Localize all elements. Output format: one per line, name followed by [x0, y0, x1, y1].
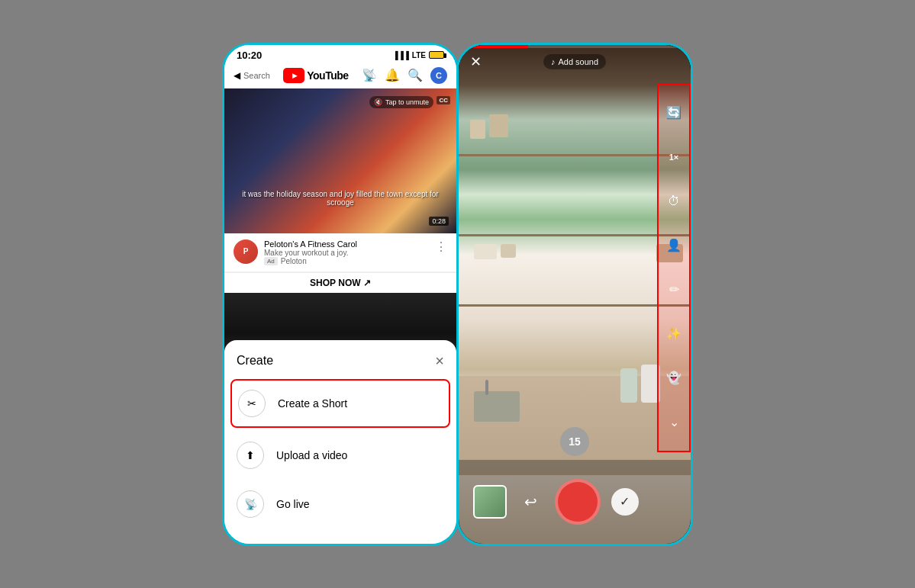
ad-info: Peloton's A Fitness Carol Make your work…	[264, 239, 429, 265]
ad-sponsor: Peloton	[281, 257, 307, 265]
ad-sub: Make your workout a joy.	[264, 249, 429, 257]
upload-video-label: Upload a video	[276, 449, 347, 461]
upload-icon: ⬆	[237, 442, 264, 469]
add-sound-btn[interactable]: ♪ Add sound	[543, 54, 606, 69]
scissors-icon: ✂	[247, 397, 256, 410]
ad-meta: Ad Peloton	[264, 257, 429, 265]
more-btn[interactable]: ⌄	[660, 409, 688, 436]
cc-badge[interactable]: CC	[437, 96, 450, 104]
tap-unmute-btn[interactable]: 🔇 Tap to unmute	[369, 96, 433, 108]
timer-badge: 15	[560, 427, 589, 456]
gallery-thumb[interactable]	[473, 485, 507, 519]
filter-icon: ✨	[666, 326, 681, 341]
yt-logo-text: YouTube	[307, 69, 348, 82]
back-arrow-icon: ◀	[234, 70, 240, 81]
status-bar: 10:20 ▐▐▐ LTE	[224, 45, 456, 64]
music-note-icon: ♪	[551, 57, 556, 66]
effects-icon: 👤	[666, 238, 681, 252]
shorts-camera: ✕ ♪ Add sound 🔄 1× ⏱	[459, 45, 691, 544]
lte-label: LTE	[412, 51, 426, 59]
flip-camera-icon: 🔄	[666, 105, 681, 120]
video-bg-1	[224, 88, 456, 233]
ad-more-icon[interactable]: ⋮	[435, 239, 447, 254]
right-phone: ✕ ♪ Add sound 🔄 1× ⏱	[456, 43, 693, 546]
yt-logo: YouTube	[283, 68, 348, 83]
go-live-item[interactable]: 📡 Go live	[224, 480, 456, 529]
progress-bar	[459, 45, 691, 48]
shelf-1	[459, 154, 691, 156]
header-icons: 📡 🔔 🔍 C	[362, 67, 447, 84]
video-caption-1: it was the holiday season and joy filled…	[224, 190, 456, 207]
create-short-item[interactable]: ✂ Create a Short	[230, 379, 450, 428]
create-short-label: Create a Short	[278, 397, 347, 410]
shelf-2	[459, 234, 691, 236]
add-sound-label: Add sound	[558, 57, 598, 66]
video-section-1[interactable]: 🔇 Tap to unmute CC it was the holiday se…	[224, 88, 456, 233]
shelf-3	[459, 304, 691, 307]
upload-video-item[interactable]: ⬆ Upload a video	[224, 431, 456, 480]
left-phone: 10:20 ▐▐▐ LTE ◀ Search YouTube 📡 🔔 🔍	[222, 43, 459, 546]
signal-icon: ▐▐▐	[393, 51, 409, 59]
search-icon[interactable]: 🔍	[408, 68, 423, 82]
progress-fill	[459, 45, 528, 48]
ad-subtitle: Make your workout a joy.	[264, 249, 348, 257]
timer-btn[interactable]: ⏱	[660, 188, 688, 215]
record-btn[interactable]	[555, 479, 601, 525]
shop-now-btn[interactable]: SHOP NOW ↗	[224, 272, 456, 293]
search-label: Search	[243, 71, 270, 80]
unmute-icon: 🔇	[374, 98, 382, 106]
yt-header: ◀ Search YouTube 📡 🔔 🔍 C	[224, 64, 456, 88]
create-short-icon: ✂	[238, 390, 266, 417]
ghost-icon: 👻	[666, 371, 681, 385]
flip-camera-btn[interactable]: 🔄	[660, 99, 688, 127]
yt-logo-icon	[283, 68, 304, 83]
shorts-close-btn[interactable]: ✕	[465, 51, 486, 72]
bell-icon[interactable]: 🔔	[385, 68, 400, 82]
phones-wrapper: 10:20 ▐▐▐ LTE ◀ Search YouTube 📡 🔔 🔍	[222, 43, 693, 546]
edit-btn[interactable]: ✏	[660, 276, 688, 304]
right-sidebar: 🔄 1× ⏱ 👤 ✏ ✨ 👻	[657, 83, 691, 452]
undo-btn[interactable]: ↩	[517, 488, 544, 516]
battery-icon	[429, 51, 444, 59]
ad-thumb: P	[234, 239, 258, 264]
broadcast-icon: 📡	[244, 498, 257, 510]
ad-badge: Ad	[264, 257, 278, 265]
speed-btn[interactable]: 1×	[660, 143, 688, 171]
modal-close-btn[interactable]: ×	[435, 352, 444, 370]
status-icons: ▐▐▐ LTE	[393, 51, 444, 59]
modal-title: Create	[237, 354, 273, 368]
status-time: 10:20	[237, 50, 262, 61]
effects-btn[interactable]: 👤	[660, 232, 688, 259]
cast-icon[interactable]: 📡	[362, 68, 377, 82]
shop-now-label: SHOP NOW ↗	[310, 278, 371, 288]
upload-arrow-icon: ⬆	[246, 449, 255, 461]
tap-unmute-label: Tap to unmute	[385, 98, 429, 106]
avatar[interactable]: C	[430, 67, 447, 84]
close-icon: ✕	[470, 53, 482, 70]
check-btn[interactable]: ✓	[611, 488, 639, 516]
chevron-down-icon: ⌄	[669, 415, 679, 429]
video-duration: 0:28	[429, 217, 449, 226]
shorts-top-bar: ✕ ♪ Add sound	[459, 51, 691, 72]
undo-icon: ↩	[524, 493, 537, 511]
timer-icon: ⏱	[668, 194, 680, 208]
camera-bottom: ↩ ✓	[459, 460, 691, 544]
go-live-label: Go live	[276, 498, 310, 510]
ghost-btn[interactable]: 👻	[660, 365, 688, 392]
filter-btn[interactable]: ✨	[660, 320, 688, 348]
ad-section: P Peloton's A Fitness Carol Make your wo…	[224, 233, 456, 272]
live-icon: 📡	[237, 490, 264, 518]
edit-icon: ✏	[669, 282, 679, 297]
speed-icon: 1×	[669, 153, 679, 162]
modal-header: Create ×	[224, 352, 456, 379]
ad-title: Peloton's A Fitness Carol	[264, 239, 429, 249]
search-bar[interactable]: ◀ Search	[234, 70, 270, 81]
check-icon: ✓	[620, 494, 630, 509]
create-modal: Create × ✂ Create a Short ⬆ Upload a vid…	[224, 340, 456, 544]
